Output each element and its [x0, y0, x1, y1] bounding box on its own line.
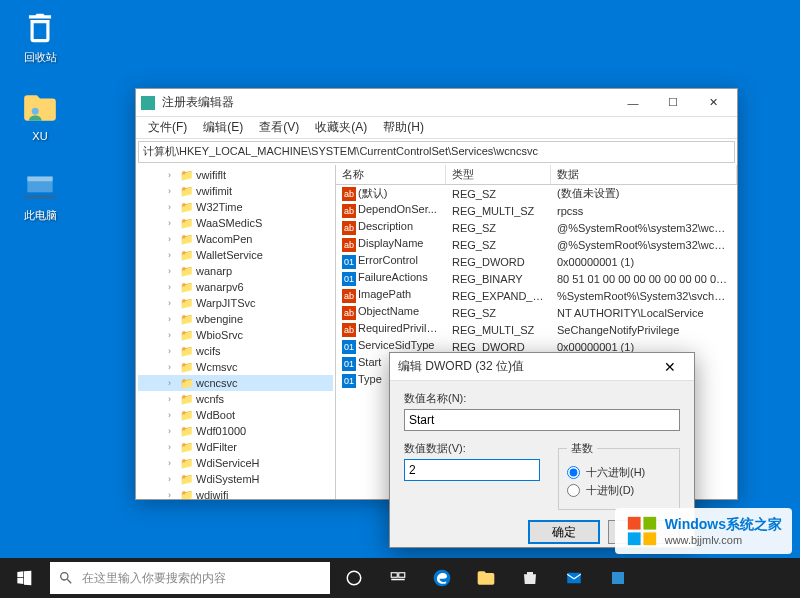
expand-icon[interactable]: › — [168, 170, 178, 180]
list-header[interactable]: 名称 类型 数据 — [336, 165, 737, 185]
expand-icon[interactable]: › — [168, 346, 178, 356]
tree-item[interactable]: ›📁WalletService — [138, 247, 333, 263]
expand-icon[interactable]: › — [168, 426, 178, 436]
expand-icon[interactable]: › — [168, 250, 178, 260]
radio-dec[interactable] — [567, 484, 580, 497]
menu-edit[interactable]: 编辑(E) — [195, 117, 251, 138]
folder-icon: 📁 — [180, 233, 194, 246]
svg-rect-1 — [141, 96, 148, 103]
radio-hex[interactable] — [567, 466, 580, 479]
list-row[interactable]: abObjectNameREG_SZNT AUTHORITY\LocalServ… — [336, 304, 737, 321]
app-icon — [609, 569, 627, 587]
tree-item[interactable]: ›📁wcifs — [138, 343, 333, 359]
expand-icon[interactable]: › — [168, 298, 178, 308]
tree-item[interactable]: ›📁WdiServiceH — [138, 455, 333, 471]
expand-icon[interactable]: › — [168, 442, 178, 452]
expand-icon[interactable]: › — [168, 314, 178, 324]
svg-rect-14 — [567, 573, 581, 584]
expand-icon[interactable]: › — [168, 234, 178, 244]
tree-panel[interactable]: ›📁vwififlt›📁vwifimit›📁W32Time›📁WaaSMedic… — [136, 165, 336, 499]
taskbar-search[interactable]: 在这里输入你要搜索的内容 — [50, 562, 330, 594]
taskbar-mail[interactable] — [552, 558, 596, 598]
value-name: Type — [358, 373, 382, 385]
menu-help[interactable]: 帮助(H) — [375, 117, 432, 138]
list-row[interactable]: abDescriptionREG_SZ@%SystemRoot%\system3… — [336, 219, 737, 236]
expand-icon[interactable]: › — [168, 474, 178, 484]
expand-icon[interactable]: › — [168, 410, 178, 420]
ok-button[interactable]: 确定 — [528, 520, 600, 544]
svg-rect-3 — [141, 103, 148, 110]
desktop-icon-recycle-bin[interactable]: 回收站 — [10, 8, 70, 65]
maximize-button[interactable]: ☐ — [653, 91, 693, 115]
tree-item[interactable]: ›📁WacomPen — [138, 231, 333, 247]
taskbar-cortana[interactable] — [332, 558, 376, 598]
col-type[interactable]: 类型 — [446, 165, 551, 184]
expand-icon[interactable]: › — [168, 282, 178, 292]
menu-favorites[interactable]: 收藏夹(A) — [307, 117, 375, 138]
desktop-icon-this-pc[interactable]: 此电脑 — [10, 166, 70, 223]
expand-icon[interactable]: › — [168, 378, 178, 388]
value-data: 0x00000001 (1) — [551, 256, 737, 268]
desktop-icon-user-folder[interactable]: XU — [10, 88, 70, 142]
value-icon: ab — [342, 289, 356, 303]
expand-icon[interactable]: › — [168, 218, 178, 228]
tree-item[interactable]: ›📁wcncsvc — [138, 375, 333, 391]
dialog-titlebar[interactable]: 编辑 DWORD (32 位)值 ✕ — [390, 353, 694, 381]
taskbar-store[interactable] — [508, 558, 552, 598]
minimize-button[interactable]: — — [613, 91, 653, 115]
dialog-close-button[interactable]: ✕ — [654, 355, 686, 379]
tree-item[interactable]: ›📁Wcmsvc — [138, 359, 333, 375]
list-row[interactable]: 01FailureActionsREG_BINARY80 51 01 00 00… — [336, 270, 737, 287]
value-name-label: 数值名称(N): — [404, 391, 680, 406]
expand-icon[interactable]: › — [168, 458, 178, 468]
expand-icon[interactable]: › — [168, 330, 178, 340]
expand-icon[interactable]: › — [168, 362, 178, 372]
list-row[interactable]: abImagePathREG_EXPAND_SZ%SystemRoot%\Sys… — [336, 287, 737, 304]
col-name[interactable]: 名称 — [336, 165, 446, 184]
tree-item[interactable]: ›📁wbengine — [138, 311, 333, 327]
folder-icon: 📁 — [180, 265, 194, 278]
radio-dec-row[interactable]: 十进制(D) — [567, 483, 671, 498]
value-data: 80 51 01 00 00 00 00 00 00 00 00 00 03 0… — [551, 273, 737, 285]
tree-item[interactable]: ›📁WdFilter — [138, 439, 333, 455]
tree-item[interactable]: ›📁wanarpv6 — [138, 279, 333, 295]
expand-icon[interactable]: › — [168, 490, 178, 499]
tree-item[interactable]: ›📁WdiSystemH — [138, 471, 333, 487]
tree-item[interactable]: ›📁wdiwifi — [138, 487, 333, 499]
col-data[interactable]: 数据 — [551, 165, 737, 184]
list-row[interactable]: abDisplayNameREG_SZ@%SystemRoot%\system3… — [336, 236, 737, 253]
radio-hex-row[interactable]: 十六进制(H) — [567, 465, 671, 480]
tree-item[interactable]: ›📁WdBoot — [138, 407, 333, 423]
expand-icon[interactable]: › — [168, 394, 178, 404]
value-name-input[interactable] — [404, 409, 680, 431]
taskbar-edge[interactable] — [420, 558, 464, 598]
tree-item[interactable]: ›📁Wdf01000 — [138, 423, 333, 439]
tree-item[interactable]: ›📁wanarp — [138, 263, 333, 279]
tree-item[interactable]: ›📁W32Time — [138, 199, 333, 215]
menu-view[interactable]: 查看(V) — [251, 117, 307, 138]
tree-item[interactable]: ›📁WarpJITSvc — [138, 295, 333, 311]
list-row[interactable]: abRequiredPrivile...REG_MULTI_SZSeChange… — [336, 321, 737, 338]
list-row[interactable]: abDependOnSer...REG_MULTI_SZrpcss — [336, 202, 737, 219]
titlebar[interactable]: 注册表编辑器 — ☐ ✕ — [136, 89, 737, 117]
value-data-input[interactable] — [404, 459, 540, 481]
tree-item[interactable]: ›📁wcnfs — [138, 391, 333, 407]
tree-label: vwififlt — [196, 169, 226, 181]
expand-icon[interactable]: › — [168, 202, 178, 212]
tree-item[interactable]: ›📁WbioSrvc — [138, 327, 333, 343]
start-button[interactable] — [0, 558, 48, 598]
address-bar[interactable]: 计算机\HKEY_LOCAL_MACHINE\SYSTEM\CurrentCon… — [138, 141, 735, 163]
close-button[interactable]: ✕ — [693, 91, 733, 115]
list-row[interactable]: 01ErrorControlREG_DWORD0x00000001 (1) — [336, 253, 737, 270]
tree-item[interactable]: ›📁vwififlt — [138, 167, 333, 183]
list-row[interactable]: ab(默认)REG_SZ(数值未设置) — [336, 185, 737, 202]
expand-icon[interactable]: › — [168, 266, 178, 276]
taskbar-explorer[interactable] — [464, 558, 508, 598]
menu-file[interactable]: 文件(F) — [140, 117, 195, 138]
tree-item[interactable]: ›📁vwifimit — [138, 183, 333, 199]
tree-item[interactable]: ›📁WaaSMedicS — [138, 215, 333, 231]
expand-icon[interactable]: › — [168, 186, 178, 196]
tree-label: WacomPen — [196, 233, 252, 245]
taskbar-app[interactable] — [596, 558, 640, 598]
taskbar-taskview[interactable] — [376, 558, 420, 598]
